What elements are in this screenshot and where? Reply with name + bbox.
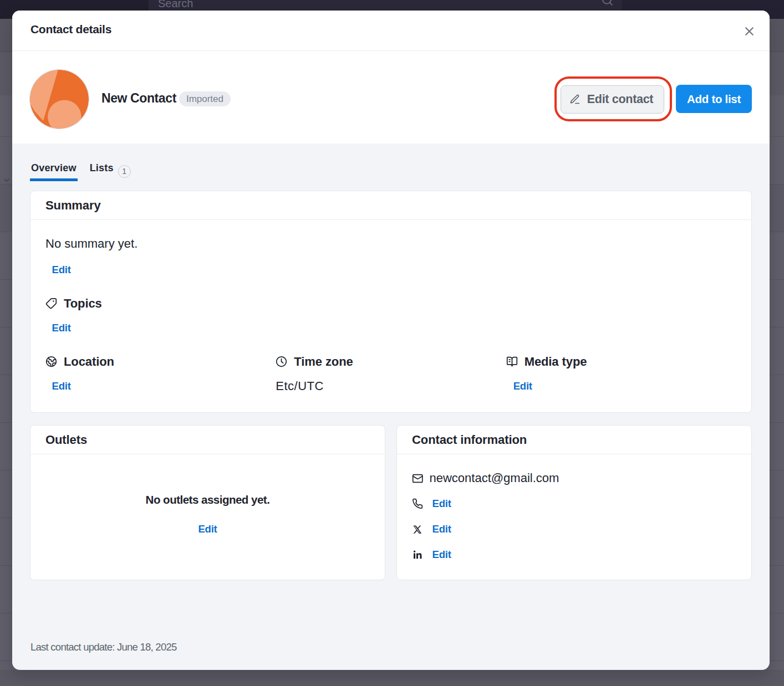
media-type-column: Media type Edit — [506, 354, 736, 393]
timezone-section-header: Time zone — [276, 354, 506, 369]
location-section-header: Location — [45, 354, 276, 369]
x-row: Edit — [412, 521, 737, 537]
summary-card-header: Summary — [30, 191, 751, 220]
tab-overview[interactable]: Overview — [30, 159, 78, 181]
globe-icon — [45, 356, 57, 367]
location-label: Location — [64, 355, 114, 369]
last-update-text: Last contact update: June 18, 2025 — [30, 641, 177, 653]
summary-card-title: Summary — [45, 198, 101, 213]
phone-row: Edit — [412, 496, 737, 511]
clock-icon — [276, 356, 287, 367]
topics-edit-link[interactable]: Edit — [52, 321, 71, 335]
close-icon — [742, 24, 756, 38]
timezone-label: Time zone — [294, 355, 353, 369]
summary-card: Summary No summary yet. Edit Topics Edit… — [30, 191, 752, 413]
avatar — [30, 70, 89, 129]
email-row: newcontact@gmail.com — [412, 470, 737, 486]
topics-label: Topics — [64, 296, 102, 311]
linkedin-edit-link[interactable]: Edit — [432, 548, 451, 561]
mail-icon — [412, 473, 424, 484]
modal-footer: Last contact update: June 18, 2025 — [30, 641, 752, 670]
close-button[interactable] — [739, 21, 759, 41]
contact-details-modal: Contact details New Contact Imported Edi… — [12, 11, 770, 670]
outlets-edit-link[interactable]: Edit — [198, 523, 217, 536]
timezone-value: Etc/UTC — [276, 380, 506, 393]
contact-hero: New Contact Imported Edit contact Add to… — [12, 51, 770, 144]
dimmed-content-band — [0, 670, 784, 686]
topics-section-header: Topics — [45, 296, 736, 311]
add-to-list-button[interactable]: Add to list — [676, 85, 752, 114]
tag-icon — [45, 298, 57, 309]
outlets-card-body: No outlets assigned yet. Edit — [30, 454, 385, 580]
location-column: Location Edit — [45, 354, 276, 393]
summary-card-body: No summary yet. Edit Topics Edit Locatio… — [30, 220, 751, 412]
linkedin-icon — [412, 549, 424, 561]
email-value: newcontact@gmail.com — [430, 471, 559, 485]
contact-information-card: Contact information newcontact@gmail.com… — [396, 425, 752, 580]
search-placeholder: Search — [149, 0, 622, 12]
annotation-highlight-ring: Edit contact — [554, 76, 672, 121]
contact-information-card-title: Contact information — [412, 433, 527, 447]
edit-contact-button[interactable]: Edit contact — [561, 85, 664, 114]
media-type-icon — [506, 356, 518, 367]
tab-bar: Overview Lists 1 — [30, 159, 752, 181]
outlets-card: Outlets No outlets assigned yet. Edit — [30, 425, 385, 580]
contact-information-card-body: newcontact@gmail.com Edit Edit — [397, 454, 751, 562]
media-type-edit-link[interactable]: Edit — [513, 380, 532, 393]
outlets-card-title: Outlets — [45, 433, 87, 447]
phone-edit-link[interactable]: Edit — [432, 497, 451, 510]
edit-contact-label: Edit contact — [587, 93, 653, 106]
contact-name: New Contact — [101, 91, 176, 106]
outlets-card-header: Outlets — [30, 426, 385, 454]
search-icon — [600, 0, 614, 7]
tab-lists[interactable]: Lists 1 — [89, 159, 132, 181]
pencil-icon — [569, 94, 581, 105]
modal-header: Contact details — [12, 11, 770, 51]
outlets-empty-text: No outlets assigned yet. — [146, 493, 270, 506]
contact-information-card-header: Contact information — [397, 426, 751, 454]
x-edit-link[interactable]: Edit — [432, 523, 451, 536]
media-type-label: Media type — [525, 355, 587, 369]
tab-lists-label: Lists — [90, 162, 114, 173]
media-type-section-header: Media type — [506, 354, 736, 369]
modal-title: Contact details — [30, 23, 739, 36]
tab-lists-count-badge: 1 — [118, 165, 131, 178]
summary-edit-link[interactable]: Edit — [52, 263, 71, 277]
global-search-input: Search — [149, 0, 622, 12]
chevron-down-icon — [2, 176, 11, 185]
timezone-column: Time zone Etc/UTC — [276, 354, 506, 393]
location-edit-link[interactable]: Edit — [52, 380, 71, 393]
modal-body: Overview Lists 1 Summary No summary yet.… — [12, 144, 770, 670]
tab-overview-label: Overview — [31, 162, 77, 173]
summary-empty-text: No summary yet. — [45, 237, 736, 250]
phone-icon — [412, 498, 424, 509]
linkedin-row: Edit — [412, 547, 737, 562]
x-social-icon — [412, 524, 424, 535]
imported-badge: Imported — [179, 91, 231, 106]
